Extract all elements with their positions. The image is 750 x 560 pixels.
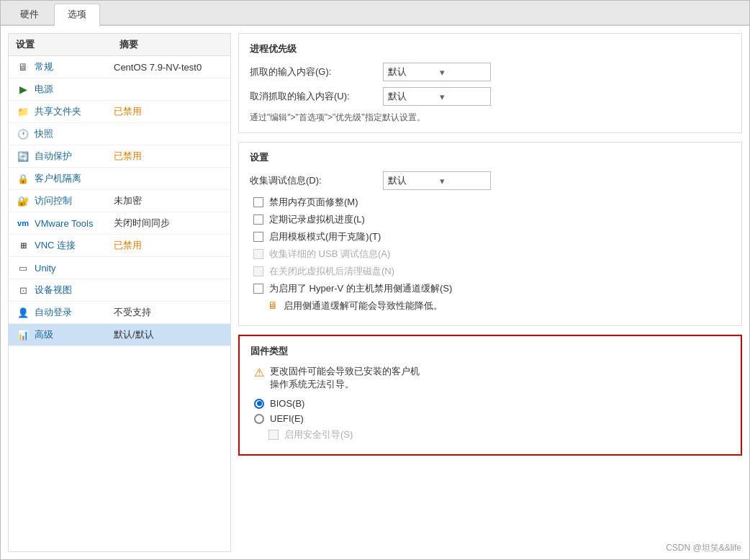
uncaptured-input-arrow-icon: ▾ [440,91,486,102]
sidebar-item-access-summary: 未加密 [114,194,223,207]
uncaptured-input-select[interactable]: 默认 ▾ [383,87,491,106]
tab-hardware[interactable]: 硬件 [6,4,53,24]
sidebar-item-shared[interactable]: 📁 共享文件夹 已禁用 [9,101,230,123]
sidebar-item-vmtools-summary: 关闭时间同步 [114,217,223,230]
sidebar-item-shared-summary: 已禁用 [114,105,223,118]
warning-icon: ⚠ [254,366,264,379]
monitor-icon: 🖥 [16,60,30,74]
checkbox-hyper-v-label: 为启用了 Hyper-V 的主机禁用侧通道缓解(S) [269,282,452,295]
checkbox-usb-debug-row: 收集详细的 USB 调试信息(A) [250,248,731,261]
sidebar-item-vnc-summary: 已禁用 [114,239,223,252]
sidebar-item-access-label: 访问控制 [35,194,114,207]
sidebar-item-vnc[interactable]: ⊞ VNC 连接 已禁用 [9,235,230,257]
settings-section: 设置 收集调试信息(D): 默认 ▾ 禁用内存页面修整(M) 定期记录虚拟机进度… [238,142,742,326]
sidebar-item-isolation[interactable]: 🔒 客户机隔离 [9,168,230,190]
side-channel-note-text: 启用侧通道缓解可能会导致性能降低。 [284,299,443,312]
tab-bar: 硬件 选项 [1,1,749,26]
sidebar-item-snapshot[interactable]: 🕐 快照 [9,123,230,145]
sidebar-item-autologin-summary: 不受支持 [114,306,223,319]
col-summary-header: 摘要 [119,38,223,51]
sidebar-item-general[interactable]: 🖥 常规 CentOS 7.9-NV-test0 [9,56,230,78]
sidebar-item-power[interactable]: ▶ 电源 [9,78,230,101]
checkbox-template-mode[interactable] [253,232,263,242]
checkbox-log-vm-progress[interactable] [253,214,263,225]
left-panel-header: 设置 摘要 [9,34,230,56]
collect-debug-select[interactable]: 默认 ▾ [383,171,491,190]
sidebar-item-isolation-label: 客户机隔离 [35,172,114,185]
sidebar-item-autosave[interactable]: 🔄 自动保护 已禁用 [9,145,230,168]
uncaptured-input-label: 取消抓取的输入内容(U): [250,90,383,103]
process-priority-section: 进程优先级 抓取的输入内容(G): 默认 ▾ 取消抓取的输入内容(U): 默认 … [238,33,742,133]
app-window: 硬件 选项 设置 摘要 🖥 常规 CentOS 7.9-NV-test0 ▶ 电… [0,0,750,560]
sidebar-item-autosave-label: 自动保护 [35,150,114,163]
uncaptured-input-value: 默认 [388,90,434,103]
tab-options[interactable]: 选项 [54,4,100,26]
uncaptured-input-row: 取消抓取的输入内容(U): 默认 ▾ [250,87,731,106]
sidebar-item-power-label: 电源 [35,83,114,96]
sidebar-item-access[interactable]: 🔐 访问控制 未加密 [9,190,230,212]
sidebar-item-devview[interactable]: ⊡ 设备视图 [9,279,230,302]
sidebar-item-advanced[interactable]: 📊 高级 默认/默认 [9,324,230,346]
device-view-icon: ⊡ [16,283,30,297]
shared-folder-icon: 📁 [16,104,30,119]
access-control-icon: 🔐 [16,194,30,208]
firmware-warning-row: ⚠ 更改固件可能会导致已安装的客户机 操作系统无法引导。 [250,365,730,391]
firmware-warning-text: 更改固件可能会导致已安装的客户机 操作系统无法引导。 [270,365,420,391]
checkbox-secure-boot-label: 启用安全引导(S) [284,428,353,441]
monitor-small-icon: 🖥 [268,299,278,311]
collect-debug-label: 收集调试信息(D): [250,174,383,187]
firmware-section: 固件类型 ⚠ 更改固件可能会导致已安装的客户机 操作系统无法引导。 BIOS(B… [238,335,742,456]
checkbox-hyper-v[interactable] [253,284,263,294]
process-priority-info: 通过"编辑">"首选项">"优先级"指定默认设置。 [250,112,731,124]
sidebar-item-autosave-summary: 已禁用 [114,150,223,163]
power-icon: ▶ [16,82,30,96]
sidebar-item-snapshot-label: 快照 [35,127,114,140]
sidebar-item-general-summary: CentOS 7.9-NV-test0 [114,62,223,73]
sidebar-item-shared-label: 共享文件夹 [35,105,114,118]
unity-icon: ▭ [16,261,30,275]
isolation-icon: 🔒 [16,171,30,186]
sidebar-item-unity-label: Unity [35,263,114,274]
checkbox-template-mode-row: 启用模板模式(用于克隆)(T) [250,230,731,243]
checkbox-usb-debug[interactable] [253,249,263,259]
checkbox-template-mode-label: 启用模板模式(用于克隆)(T) [269,230,381,243]
right-panel: 进程优先级 抓取的输入内容(G): 默认 ▾ 取消抓取的输入内容(U): 默认 … [238,33,742,552]
checkbox-clean-disk[interactable] [253,266,263,276]
secure-boot-row: 启用安全引导(S) [250,428,730,441]
sidebar-item-unity[interactable]: ▭ Unity [9,257,230,279]
captured-input-value: 默认 [388,66,434,78]
sidebar-item-general-label: 常规 [35,60,114,73]
settings-title: 设置 [250,151,731,164]
captured-input-label: 抓取的输入内容(G): [250,66,383,78]
radio-uefi[interactable] [254,414,264,424]
side-channel-note-row: 🖥 启用侧通道缓解可能会导致性能降低。 [250,299,731,312]
autosave-icon: 🔄 [16,149,30,163]
sidebar-item-vmtools[interactable]: vm VMware Tools 关闭时间同步 [9,212,230,235]
radio-bios[interactable] [254,399,264,409]
left-panel: 设置 摘要 🖥 常规 CentOS 7.9-NV-test0 ▶ 电源 📁 共享… [8,33,231,552]
radio-bios-row: BIOS(B) [250,398,730,409]
vmware-tools-icon: vm [16,216,30,230]
radio-uefi-row: UEFI(E) [250,413,730,424]
checkbox-disable-memory-trim-label: 禁用内存页面修整(M) [269,196,358,209]
checkbox-clean-disk-label: 在关闭此虚拟机后清理磁盘(N) [269,265,394,278]
checkbox-hyper-v-row: 为启用了 Hyper-V 的主机禁用侧通道缓解(S) [250,282,731,295]
collect-debug-value: 默认 [388,174,434,187]
vnc-icon: ⊞ [16,238,30,253]
sidebar-item-vmtools-label: VMware Tools [35,218,114,229]
collect-debug-row: 收集调试信息(D): 默认 ▾ [250,171,731,190]
captured-input-row: 抓取的输入内容(G): 默认 ▾ [250,63,731,81]
checkbox-disable-memory-trim[interactable] [253,197,263,207]
checkbox-clean-disk-row: 在关闭此虚拟机后清理磁盘(N) [250,265,731,278]
checkbox-usb-debug-label: 收集详细的 USB 调试信息(A) [269,248,390,261]
checkbox-log-vm-progress-row: 定期记录虚拟机进度(L) [250,213,731,226]
checkbox-secure-boot[interactable] [268,430,279,440]
main-content: 设置 摘要 🖥 常规 CentOS 7.9-NV-test0 ▶ 电源 📁 共享… [1,26,749,559]
sidebar-item-autologin[interactable]: 👤 自动登录 不受支持 [9,302,230,324]
col-setting-header: 设置 [16,38,119,51]
snapshot-icon: 🕐 [16,127,30,141]
captured-input-select[interactable]: 默认 ▾ [383,63,491,81]
radio-uefi-label: UEFI(E) [270,413,304,424]
process-priority-title: 进程优先级 [250,42,731,55]
watermark: CSDN @坦笑&&life [666,542,741,554]
